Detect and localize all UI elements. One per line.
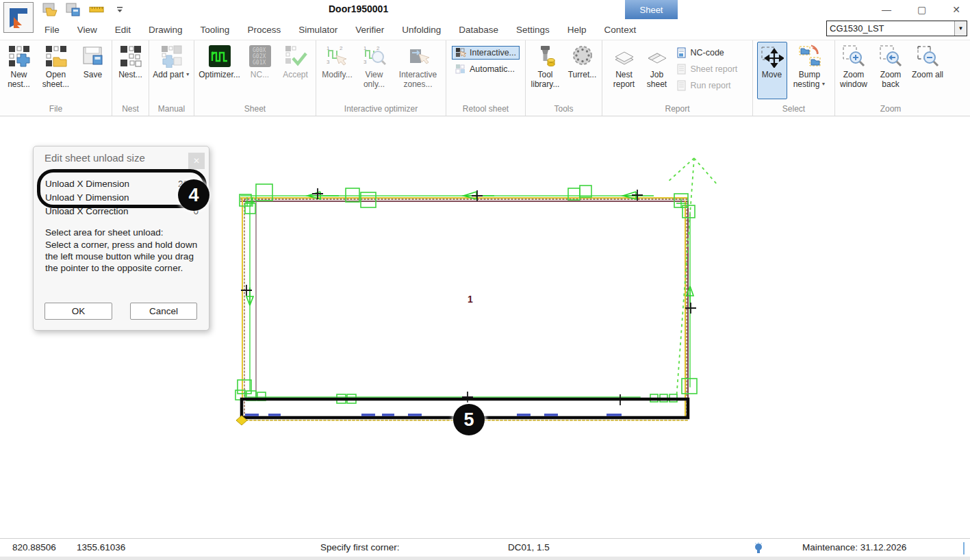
tool-library-label: Tool library... <box>531 70 560 89</box>
new-nest-label: New nest... <box>8 70 30 89</box>
nest-icon <box>119 44 142 68</box>
menu-view[interactable]: View <box>68 19 106 40</box>
turret-label: Turret... <box>568 70 597 79</box>
job-sheet-button[interactable]: Job sheet <box>642 42 672 90</box>
zoom-back-button[interactable]: Zoom back <box>873 42 908 90</box>
add-part-icon <box>160 44 183 68</box>
svg-text:3: 3 <box>327 59 330 65</box>
save-button[interactable]: Save <box>75 42 111 80</box>
ribbon-group-zoom: Zoom window Zoom back Zoom all Zoom <box>835 40 946 116</box>
menu-unfolding[interactable]: Unfolding <box>393 19 450 40</box>
maximize-button[interactable]: ▢ <box>917 4 926 15</box>
customize-arrow-icon[interactable] <box>112 3 127 16</box>
machine-select-combobox[interactable]: CG1530_LST ▼ <box>826 21 967 36</box>
close-button[interactable]: ✕ <box>952 4 960 15</box>
zoom-all-icon <box>916 44 939 68</box>
bulb-icon[interactable] <box>753 542 764 555</box>
bump-nesting-button[interactable]: Bump nesting▼ <box>789 42 831 90</box>
minimize-button[interactable]: — <box>882 4 891 15</box>
menu-file[interactable]: File <box>36 19 68 40</box>
retool-automatic-icon <box>455 64 466 75</box>
ribbon-group-label-retool-sheet: Retool sheet <box>446 104 525 116</box>
menu-verifier[interactable]: Verifier <box>346 19 393 40</box>
ruler-icon[interactable] <box>89 3 104 16</box>
optimizer-button[interactable]: Optimizer... <box>197 42 242 80</box>
add-part-button[interactable]: Add part▼ <box>151 42 192 80</box>
nest-report-button[interactable]: Nest report <box>608 42 641 90</box>
tool-library-button[interactable]: Tool library... <box>528 42 563 90</box>
cut-direction-arrows <box>245 192 693 307</box>
open-sheet-icon <box>44 44 68 68</box>
modify-label: Modify... <box>322 70 352 79</box>
material-info: DC01, 1.5 <box>508 542 550 552</box>
new-nest-icon <box>8 44 31 68</box>
step-4-badge: 4 <box>178 179 209 211</box>
nc-button: G00XG02XG01X NC... <box>244 42 277 80</box>
move-label: Move <box>762 70 782 79</box>
menu-context[interactable]: Context <box>596 19 646 40</box>
zoom-back-icon <box>879 44 902 68</box>
menu-process[interactable]: Process <box>238 19 290 40</box>
bump-nesting-icon <box>798 44 821 68</box>
open-sheet-button[interactable]: Open sheet... <box>38 42 74 90</box>
ribbon: New nest... Open sheet... Save File Nest… <box>0 40 970 116</box>
zoom-back-label: Zoom back <box>880 70 902 89</box>
retool-interactive-button[interactable]: Interactive... <box>452 46 520 60</box>
menu-drawing[interactable]: Drawing <box>140 19 192 40</box>
accept-button: Accept <box>278 42 314 80</box>
ribbon-group-sheet: Optimizer... G00XG02XG01X NC... Accept S… <box>194 40 316 116</box>
save-sheet-icon <box>81 44 105 68</box>
turret-button[interactable]: Turret... <box>565 42 600 80</box>
dialog-close-icon[interactable]: ✕ <box>188 153 205 169</box>
menu-edit[interactable]: Edit <box>106 19 140 40</box>
dialog-instruction-heading: Select area for sheet unload: <box>45 227 201 238</box>
ribbon-group-label-zoom: Zoom <box>835 104 946 116</box>
open-folder-icon[interactable] <box>42 3 58 16</box>
menu-settings[interactable]: Settings <box>507 19 559 40</box>
part-number-label: 1 <box>468 294 473 305</box>
cancel-button[interactable]: Cancel <box>130 303 197 320</box>
zoom-all-label: Zoom all <box>912 70 943 79</box>
zoom-window-button[interactable]: Zoom window <box>836 42 871 90</box>
menu-simulator[interactable]: Simulator <box>290 19 346 40</box>
nc-code-block-icon: G00XG02XG01X <box>248 44 272 68</box>
svg-text:G01X: G01X <box>253 60 266 66</box>
step-5-badge: 5 <box>453 404 485 435</box>
zoom-all-button[interactable]: Zoom all <box>910 42 945 80</box>
nest-report-label: Nest report <box>613 70 635 89</box>
nest-report-icon <box>613 44 636 68</box>
ribbon-group-label-sheet: Sheet <box>194 104 316 116</box>
move-button[interactable]: Move <box>757 42 787 99</box>
window-controls: — ▢ ✕ <box>882 4 960 15</box>
menu-tooling[interactable]: Tooling <box>192 19 239 40</box>
sheet-report-button: Sheet report <box>673 62 748 76</box>
app-window: { "titlebar": { "title": "Door1950001", … <box>0 0 970 560</box>
svg-text:G00X: G00X <box>253 47 266 53</box>
tab-sheet-context[interactable]: Sheet <box>625 0 678 19</box>
dialog-title: Edit sheet unload size <box>44 152 145 164</box>
ok-button[interactable]: OK <box>44 303 112 320</box>
ribbon-group-report: Nest report Job sheet NC-code Sheet repo… <box>602 40 753 116</box>
interactive-zones-icon <box>407 44 430 68</box>
nc-code-button[interactable]: NC-code <box>673 46 748 60</box>
new-nest-button[interactable]: New nest... <box>1 42 37 90</box>
nest-button[interactable]: Nest... <box>113 42 148 80</box>
bump-nesting-dropdown-icon[interactable]: ▼ <box>821 81 826 86</box>
retool-automatic-button[interactable]: Automatic... <box>452 62 520 76</box>
add-part-dropdown-icon[interactable]: ▼ <box>186 72 190 77</box>
ribbon-group-label-report: Report <box>602 104 752 116</box>
window-bottom-strip <box>0 557 970 560</box>
save-icon[interactable] <box>66 3 81 16</box>
run-report-icon <box>676 80 687 91</box>
status-indicator-tick <box>963 542 965 555</box>
ribbon-group-nest: Nest... Nest <box>112 40 149 116</box>
app-logo[interactable] <box>3 2 34 33</box>
optimizer-label: Optimizer... <box>199 70 240 79</box>
combobox-dropdown-icon[interactable]: ▼ <box>954 21 967 36</box>
run-report-label: Run report <box>691 81 731 90</box>
modify-button: 123 Modify... <box>320 42 355 80</box>
menu-help[interactable]: Help <box>559 19 596 40</box>
bump-nesting-label: Bump nesting <box>793 70 821 89</box>
menu-database[interactable]: Database <box>450 19 507 40</box>
accept-check-icon <box>284 44 307 68</box>
